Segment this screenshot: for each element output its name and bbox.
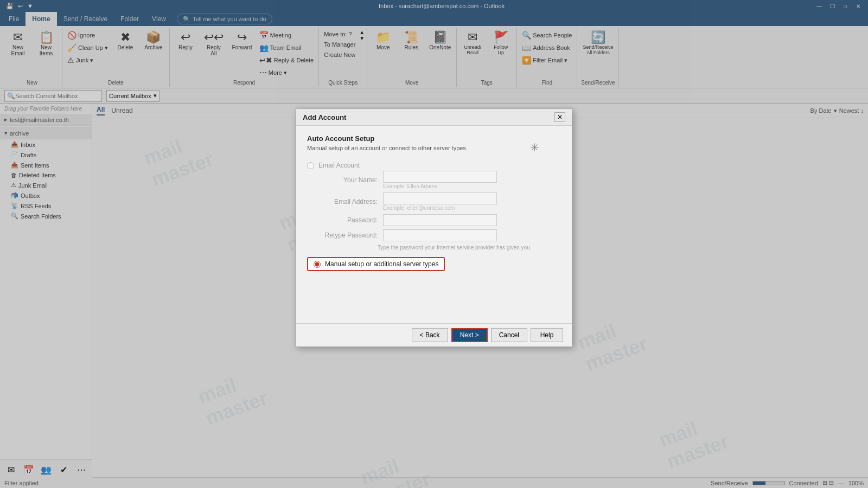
email-address-input[interactable] <box>383 192 497 204</box>
email-account-section: Email Account Your Name: Example: Ellen … <box>307 160 561 251</box>
modal-overlay: Add Account ✕ Auto Account Setup Manual … <box>0 0 868 488</box>
email-address-label: Email Address: <box>318 198 383 206</box>
modal-titlebar: Add Account ✕ <box>296 109 572 126</box>
manual-setup-radio[interactable] <box>314 261 321 268</box>
your-name-input[interactable] <box>383 171 497 183</box>
add-account-modal: Add Account ✕ Auto Account Setup Manual … <box>296 108 572 347</box>
email-account-radio[interactable] <box>307 162 314 169</box>
password-note: Type the password your Internet service … <box>378 245 561 251</box>
retype-password-input[interactable] <box>383 229 497 241</box>
retype-password-row: Retype Password: <box>318 229 561 241</box>
modal-title: Add Account <box>303 113 346 121</box>
your-name-row: Your Name: Example: Ellen Adams <box>318 171 561 189</box>
your-name-label: Your Name: <box>318 176 383 184</box>
cancel-button[interactable]: Cancel <box>491 328 527 342</box>
back-button[interactable]: < Back <box>412 328 448 342</box>
modal-close-button[interactable]: ✕ <box>554 112 565 122</box>
email-account-radio-item[interactable]: Email Account <box>307 160 561 171</box>
email-address-row: Email Address: Example: ellen@contoso.co… <box>318 192 561 211</box>
modal-section-title: Auto Account Setup <box>307 134 561 143</box>
help-button[interactable]: Help <box>531 328 563 342</box>
next-button[interactable]: Next > <box>451 328 488 342</box>
password-label: Password: <box>318 216 383 224</box>
modal-footer: < Back Next > Cancel Help <box>296 323 572 346</box>
modal-body: Auto Account Setup Manual setup of an ac… <box>296 126 572 323</box>
modal-section-subtitle: Manual setup of an account or connect to… <box>307 145 561 151</box>
manual-setup-label: Manual setup or additional server types <box>325 260 438 268</box>
manual-setup-radio-item[interactable]: Manual setup or additional server types <box>307 257 445 271</box>
loading-spinner: ✳ <box>530 141 539 154</box>
modal-content-area <box>307 271 561 314</box>
retype-password-label: Retype Password: <box>318 232 383 239</box>
password-input[interactable] <box>383 214 497 226</box>
password-row: Password: <box>318 214 561 226</box>
your-name-hint: Example: Ellen Adams <box>383 183 561 189</box>
email-account-label: Email Account <box>318 162 360 169</box>
email-address-hint: Example: ellen@contoso.com <box>383 205 561 211</box>
